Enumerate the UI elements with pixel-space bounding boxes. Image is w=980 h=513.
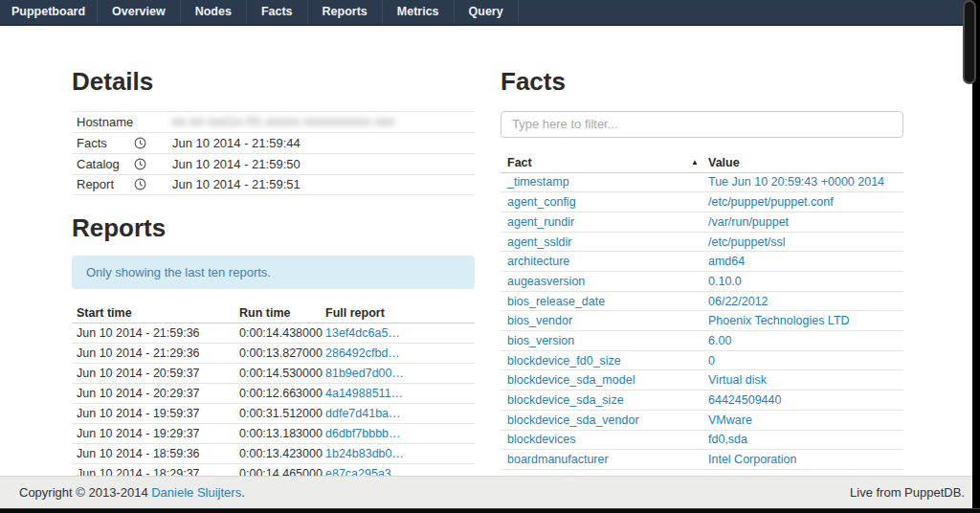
fact-value-link[interactable]: Phoenix Technologies LTD	[708, 314, 850, 327]
facts-timestamp: Jun 10 2014 - 21:59:44	[172, 136, 475, 150]
detail-label: Catalog	[72, 157, 134, 171]
report-hash-link[interactable]: 81b9ed7d00…	[325, 367, 404, 380]
facts-table-header: Fact ▲ Value	[501, 153, 903, 173]
column-header-run-time: Run time	[239, 306, 325, 320]
fact-row: agent_config /etc/puppet/puppet.conf	[501, 192, 903, 212]
footer: Copyright © 2013-2014 Daniele Sluijters.…	[0, 476, 980, 508]
report-hash-link[interactable]: 13ef4dc6a5…	[325, 326, 400, 340]
fact-name-link[interactable]: agent_ssldir	[507, 235, 571, 249]
fact-name-link[interactable]: blockdevice_sda_vendor	[507, 413, 639, 427]
fact-name-link[interactable]: agent_config	[507, 195, 576, 209]
fact-row: blockdevice_sda_size 64424509440	[501, 390, 903, 411]
window-bottom-edge	[0, 508, 980, 513]
detail-row-report: Report Jun 10 2014 - 21:59:51	[72, 174, 475, 195]
report-row: Jun 10 2014 - 20:29:37 0:00:12.663000 4a…	[72, 384, 475, 404]
clock-icon	[134, 137, 172, 149]
fact-name-link[interactable]: blockdevices	[507, 433, 576, 446]
fact-name-link[interactable]: bios_release_date	[507, 295, 605, 308]
sort-ascending-icon: ▲	[691, 158, 699, 167]
report-timestamp: Jun 10 2014 - 21:59:51	[172, 177, 475, 191]
column-header-fact[interactable]: Fact ▲	[501, 156, 708, 169]
live-from-puppetdb-text: Live from PuppetDB.	[850, 485, 965, 500]
report-row: Jun 10 2014 - 18:59:36 0:00:13.423000 1b…	[72, 444, 475, 464]
fact-value-link[interactable]: amd64	[708, 255, 745, 268]
report-row: Jun 10 2014 - 21:59:36 0:00:14.438000 13…	[72, 323, 475, 344]
fact-name-link[interactable]: boardmanufacturer	[507, 453, 609, 466]
fact-value-link[interactable]: VMware	[708, 413, 752, 427]
nav-item-facts[interactable]: Facts	[247, 0, 308, 24]
facts-filter-input[interactable]	[501, 111, 903, 138]
nav-item-overview[interactable]: Overview	[98, 0, 181, 24]
fact-value-link[interactable]: 0.10.0	[708, 275, 742, 288]
detail-row-catalog: Catalog Jun 10 2014 - 21:59:50	[72, 153, 475, 174]
details-title: Details	[72, 68, 475, 96]
fact-row: agent_rundir /var/run/puppet	[501, 212, 903, 233]
report-hash-link[interactable]: d6dbf7bbbb…	[325, 427, 401, 440]
fact-row: blockdevice_fd0_size 0	[501, 351, 903, 371]
nav-item-query[interactable]: Query	[455, 0, 519, 24]
reports-table: Start time Run time Full report Jun 10 2…	[72, 303, 475, 484]
fact-row: agent_ssldir /etc/puppet/ssl	[501, 233, 903, 253]
scrollbar-thumb[interactable]	[963, 0, 976, 84]
report-hash-link[interactable]: ddfe7d41ba…	[325, 407, 401, 420]
fact-row: blockdevice_sda_vendor VMware	[501, 411, 903, 431]
navbar-brand[interactable]: Puppetboard	[0, 0, 98, 24]
nav-item-metrics[interactable]: Metrics	[383, 0, 455, 24]
report-hash-link[interactable]: 4a14988511…	[325, 387, 403, 400]
facts-table: Fact ▲ Value _timestamp Tue Jun 10 20:59…	[501, 153, 903, 470]
info-alert: Only showing the last ten reports.	[72, 256, 475, 289]
facts-column: Facts Fact ▲ Value _timestamp Tue Jun 10…	[501, 26, 903, 470]
fact-name-link[interactable]: architecture	[507, 255, 569, 268]
fact-row: bios_version 6.00	[501, 331, 903, 351]
fact-value-link[interactable]: /etc/puppet/puppet.conf	[708, 195, 834, 209]
fact-row: bios_release_date 06/22/2012	[501, 292, 903, 312]
node-details-column: Details Hostname xx-xx-xxx1x-01.xxxxx.xx…	[72, 26, 475, 484]
hostname-value-redacted: xx-xx-xxx1x-01.xxxxx.xxxxxxxxxx.xxx	[172, 115, 475, 128]
fact-name-link[interactable]: _timestamp	[507, 175, 569, 189]
fact-row: augeasversion 0.10.0	[501, 272, 903, 292]
fact-value-link[interactable]: 64424509440	[708, 393, 781, 407]
report-row: Jun 10 2014 - 20:59:37 0:00:14.530000 81…	[72, 364, 475, 384]
fact-value-link[interactable]: /var/run/puppet	[708, 215, 789, 229]
nav-item-reports[interactable]: Reports	[308, 0, 383, 24]
reports-table-header: Start time Run time Full report	[72, 303, 475, 323]
fact-row: _timestamp Tue Jun 10 20:59:43 +0000 201…	[501, 173, 903, 193]
report-row: Jun 10 2014 - 21:29:36 0:00:13.827000 28…	[72, 344, 475, 364]
fact-value-link[interactable]: /etc/puppet/ssl	[708, 235, 786, 249]
fact-name-link[interactable]: blockdevice_fd0_size	[507, 354, 621, 368]
navbar: Puppetboard Overview Nodes Facts Reports…	[0, 0, 980, 26]
detail-label: Report	[72, 177, 134, 191]
facts-title: Facts	[501, 68, 903, 96]
clock-icon	[134, 158, 172, 170]
detail-label: Facts	[72, 136, 134, 150]
fact-name-link[interactable]: agent_rundir	[507, 215, 574, 229]
fact-name-link[interactable]: bios_version	[507, 334, 574, 347]
fact-name-link[interactable]: augeasversion	[507, 275, 585, 288]
detail-row-facts: Facts Jun 10 2014 - 21:59:44	[72, 132, 475, 153]
author-link[interactable]: Daniele Sluijters	[151, 485, 241, 500]
reports-title: Reports	[72, 214, 475, 242]
fact-name-link[interactable]: bios_vendor	[507, 314, 572, 327]
fact-value-link[interactable]: 6.00	[708, 334, 731, 347]
fact-row: bios_vendor Phoenix Technologies LTD	[501, 311, 903, 331]
fact-row: architecture amd64	[501, 252, 903, 272]
fact-name-link[interactable]: blockdevice_sda_model	[507, 373, 635, 387]
fact-value-link[interactable]: Virtual disk	[708, 373, 767, 387]
nav-item-nodes[interactable]: Nodes	[181, 0, 247, 24]
report-hash-link[interactable]: 286492cfbd…	[325, 346, 400, 360]
fact-value-link[interactable]: Tue Jun 10 20:59:43 +0000 2014	[708, 175, 884, 189]
column-header-full-report: Full report	[325, 306, 475, 320]
fact-value-link[interactable]: Intel Corporation	[708, 453, 796, 466]
fact-value-link[interactable]: 0	[708, 354, 715, 368]
fact-value-link[interactable]: 06/22/2012	[708, 295, 768, 308]
clock-icon	[134, 178, 172, 190]
fact-row: boardmanufacturer Intel Corporation	[501, 450, 903, 470]
fact-value-link[interactable]: fd0,sda	[708, 433, 747, 446]
detail-label: Hostname	[72, 115, 134, 129]
detail-row-hostname: Hostname xx-xx-xxx1x-01.xxxxx.xxxxxxxxxx…	[72, 111, 475, 132]
column-header-value[interactable]: Value	[708, 156, 903, 169]
details-table: Hostname xx-xx-xxx1x-01.xxxxx.xxxxxxxxxx…	[72, 111, 475, 195]
fact-name-link[interactable]: blockdevice_sda_size	[507, 393, 624, 407]
report-hash-link[interactable]: 1b24b83db0…	[325, 447, 404, 460]
column-header-start-time: Start time	[72, 306, 239, 320]
